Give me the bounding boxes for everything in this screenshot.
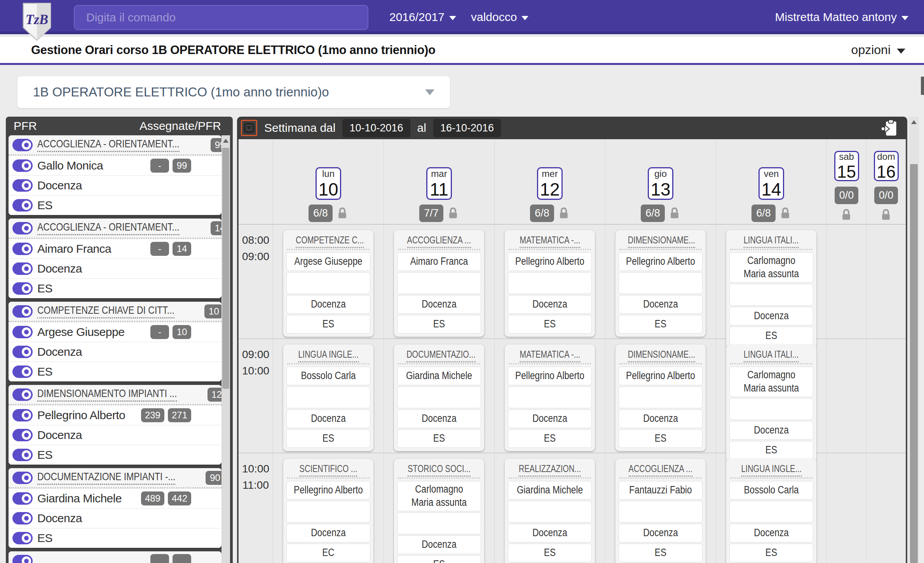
course-selector[interactable]: 1B OPERATORE ELETTRICO (1mo anno trienni… [17,76,450,108]
toggle-switch[interactable] [12,429,33,441]
week-start-date[interactable]: 10-10-2016 [342,119,410,137]
lesson-card[interactable]: ACCOGLIENZA ...Aimaro FrancaDocenzaES [394,230,484,337]
lesson-subject-link[interactable]: LINGUA ITALI... [744,349,799,362]
pfr-item[interactable]: Docenza [9,342,221,362]
pfr-item[interactable]: ES [9,445,221,465]
lesson-card[interactable]: DOCUMENTAZIO...Giardina MicheleDocenzaES [394,344,484,451]
pfr-item[interactable]: ES [9,278,221,298]
pfr-item[interactable]: Giardina Michele489442 [9,488,221,508]
lesson-subject-link[interactable]: LINGUA ITALI... [744,234,799,248]
pfr-group-title[interactable]: DOCUMENTAZIONE IMPIANTI -... [37,470,175,485]
calendar-cell[interactable]: ACCOGLIENZA ...Aimaro FrancaDocenzaES [384,225,494,348]
day-card-ven[interactable]: ven14 [758,167,784,200]
day-card-mer[interactable]: mer12 [537,167,563,200]
toggle-switch[interactable] [12,222,33,234]
lesson-card[interactable]: LINGUA ITALI...Carlomagno Maria assuntaD… [726,344,816,463]
calendar-cell-dom[interactable] [866,339,906,463]
toggle-switch[interactable] [12,199,33,212]
lesson-card[interactable]: LINGUA INGLE...Bossolo CarlaDocenzaES [726,459,816,563]
calendar-cell[interactable]: STORICO SOCI...Carlomagno Maria assuntaD… [384,453,494,563]
lock-icon[interactable] [779,207,791,220]
sidebar-scrollbar-thumb[interactable] [222,148,229,389]
site-dropdown[interactable]: valdocco [471,0,528,34]
toggle-switch[interactable] [12,388,33,401]
toggle-switch[interactable] [12,159,33,172]
calendar-cell[interactable]: LINGUA INGLE...Bossolo CarlaDocenzaES [716,453,826,563]
calendar-scrollbar-thumb[interactable] [910,164,918,563]
calendar-cell[interactable]: MATEMATICA -...Pellegrino AlbertoDocenza… [494,225,605,348]
pfr-item[interactable]: Pellegrino Alberto239271 [9,405,221,425]
lesson-subject-link[interactable]: DIMENSIONAME... [628,349,695,362]
lesson-subject-link[interactable]: REALIZZAZION... [519,463,581,477]
toggle-switch[interactable] [12,262,33,275]
toggle-switch[interactable] [12,305,33,318]
sidebar-scrollbar[interactable] [221,135,230,563]
toggle-switch[interactable] [12,492,33,505]
pfr-group-title[interactable]: COMPETENZE CHIAVE DI CITT... [37,304,174,318]
paste-week-icon[interactable] [882,119,897,136]
lesson-card[interactable]: MATEMATICA -...Pellegrino AlbertoDocenza… [505,344,595,451]
scroll-up-button[interactable] [909,117,919,128]
lesson-subject-link[interactable]: LINGUA INGLE... [298,349,359,362]
calendar-cell-dom[interactable] [866,225,906,348]
pfr-item[interactable]: ES [9,362,221,381]
lock-icon[interactable] [669,207,680,220]
calendar-cell-sab[interactable] [826,339,866,463]
lesson-subject-link[interactable]: MATEMATICA -... [520,349,580,362]
toggle-switch[interactable] [12,243,33,255]
toggle-switch[interactable] [12,139,33,151]
pfr-item[interactable]: ES [9,528,221,548]
day-card-sab[interactable]: sab15 [834,151,859,181]
lock-icon[interactable] [447,207,459,220]
lesson-subject-link[interactable]: MATEMATICA -... [520,234,580,248]
lesson-subject-link[interactable]: COMPETENZE C... [296,234,364,248]
day-card-dom[interactable]: dom16 [874,151,899,181]
day-card-lun[interactable]: lun10 [316,167,341,200]
collapse-week-button[interactable] [241,120,257,136]
calendar-cell[interactable]: DIMENSIONAME...Pellegrino AlbertoDocenza… [605,225,716,348]
pfr-item[interactable]: ES [9,195,221,215]
toggle-switch[interactable] [12,472,33,484]
pfr-item[interactable]: Docenza [9,175,221,195]
toggle-switch[interactable] [12,365,33,378]
calendar-cell[interactable]: REALIZZAZION...Giardina MicheleDocenzaES [494,453,605,563]
toggle-switch[interactable] [12,512,33,525]
lesson-card[interactable]: COMPETENZE C...Argese GiuseppeDocenzaES [283,230,373,337]
calendar-cell[interactable]: LINGUA INGLE...Bossolo CarlaDocenzaES [273,339,384,463]
toggle-switch[interactable] [12,409,33,421]
pfr-item[interactable]: Docenza [9,425,221,445]
calendar-cell[interactable]: ACCOGLIENZA ...Fantauzzi FabioDocenzaES [605,453,716,563]
calendar-scrollbar[interactable] [909,117,919,563]
pfr-group-title[interactable]: DIMENSIONAMENTO IMPIANTI ... [37,387,177,402]
toggle-switch[interactable] [12,532,33,544]
calendar-cell-sab[interactable] [826,225,866,348]
calendar-cell[interactable]: DIMENSIONAME...Pellegrino AlbertoDocenza… [605,339,716,463]
pfr-item[interactable]: Docenza [9,508,221,528]
lesson-subject-link[interactable]: ACCOGLIENZA ... [629,463,692,477]
lock-icon[interactable] [558,207,570,220]
scroll-up-button[interactable] [221,135,230,146]
toggle-switch[interactable] [12,346,33,358]
lesson-subject-link[interactable]: SCIENTIFICO ... [300,463,357,477]
lock-icon[interactable] [840,209,852,221]
calendar-cell-sab[interactable] [826,453,866,563]
app-logo-icon[interactable]: TzB [22,2,52,41]
lesson-subject-link[interactable]: LINGUA INGLE... [741,463,802,477]
calendar-cell[interactable]: SCIENTIFICO ...Pellegrino AlbertoDocenza… [273,453,384,563]
calendar-cell[interactable]: DOCUMENTAZIO...Giardina MicheleDocenzaES [384,339,494,463]
user-menu[interactable]: Mistretta Matteo antony [775,0,908,34]
lesson-card[interactable]: DIMENSIONAME...Pellegrino AlbertoDocenza… [615,230,706,337]
lesson-card[interactable]: DIMENSIONAME...Pellegrino AlbertoDocenza… [615,344,706,451]
lesson-subject-link[interactable]: DIMENSIONAME... [628,234,695,248]
day-card-gio[interactable]: gio13 [648,167,673,200]
toggle-switch[interactable] [12,282,33,295]
options-dropdown[interactable]: opzioni [851,43,905,57]
calendar-cell[interactable]: MATEMATICA -...Pellegrino AlbertoDocenza… [494,339,605,463]
lock-icon[interactable] [880,209,892,221]
calendar-cell-dom[interactable] [866,453,906,563]
day-card-mar[interactable]: mar11 [426,167,452,200]
pfr-item[interactable]: Aimaro Franca-14 [9,239,221,259]
pfr-group-title[interactable]: ACCOGLIENZA - ORIENTAMENT... [37,138,180,152]
lesson-subject-link[interactable]: DOCUMENTAZIO... [406,349,475,362]
pfr-item[interactable]: Docenza [9,259,221,278]
